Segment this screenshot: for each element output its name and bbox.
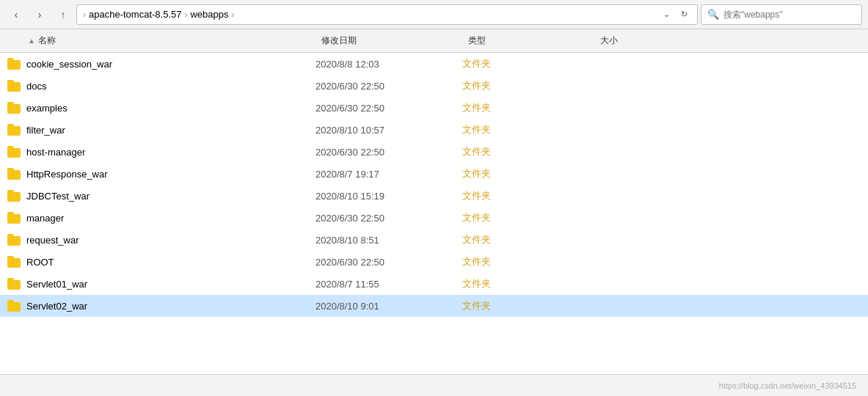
col-header-type[interactable]: 类型 [462, 34, 594, 47]
file-name: filter_war [26, 125, 65, 136]
file-name-cell: examples [7, 102, 316, 114]
file-name-cell: filter_war [7, 124, 316, 136]
file-date-cell: 2020/8/10 9:01 [316, 301, 462, 312]
file-name-cell: JDBCTest_war [7, 190, 316, 202]
folder-icon [7, 234, 21, 246]
folder-icon [7, 190, 21, 202]
file-name-cell: docs [7, 80, 316, 92]
file-type-cell: 文件夹 [462, 101, 594, 114]
breadcrumb-sep-2: › [232, 10, 235, 20]
file-type-cell: 文件夹 [462, 123, 594, 136]
file-date-cell: 2020/6/30 22:50 [316, 81, 462, 92]
file-date-cell: 2020/6/30 22:50 [316, 213, 462, 224]
folder-icon [7, 212, 21, 224]
table-row[interactable]: docs 2020/6/30 22:50 文件夹 [0, 75, 868, 97]
file-type-cell: 文件夹 [462, 299, 594, 312]
watermark: https://blog.csdn.net/weixin_43934515 [719, 381, 856, 390]
breadcrumb-sep-1: › [184, 10, 187, 20]
file-list: cookie_session_war 2020/8/8 12:03 文件夹 do… [0, 53, 868, 374]
table-row[interactable]: Servlet01_war 2020/8/7 11:55 文件夹 [0, 273, 868, 295]
folder-icon [7, 278, 21, 290]
breadcrumb-dropdown-button[interactable]: ⌄ [659, 7, 674, 22]
file-type-cell: 文件夹 [462, 57, 594, 70]
file-name-cell: Servlet01_war [7, 278, 316, 290]
file-name-cell: Servlet02_war [7, 300, 316, 312]
file-date-cell: 2020/8/10 8:51 [316, 235, 462, 246]
file-date-cell: 2020/8/7 11:55 [316, 279, 462, 290]
file-name-cell: HttpResponse_war [7, 168, 316, 180]
file-date-cell: 2020/8/10 15:19 [316, 191, 462, 202]
file-type-cell: 文件夹 [462, 233, 594, 246]
folder-icon [7, 256, 21, 268]
address-bar: ‹ › ↑ › apache-tomcat-8.5.57 › webapps ›… [0, 0, 868, 29]
table-row[interactable]: HttpResponse_war 2020/8/7 19:17 文件夹 [0, 163, 868, 185]
table-row[interactable]: examples 2020/6/30 22:50 文件夹 [0, 97, 868, 119]
breadcrumb-root-arrow: › [83, 10, 86, 20]
table-row[interactable]: request_war 2020/8/10 8:51 文件夹 [0, 229, 868, 251]
search-icon: 🔍 [707, 9, 719, 20]
file-type-cell: 文件夹 [462, 167, 594, 180]
folder-icon [7, 124, 21, 136]
table-row[interactable]: cookie_session_war 2020/8/8 12:03 文件夹 [0, 53, 868, 75]
folder-icon [7, 102, 21, 114]
file-date-cell: 2020/6/30 22:50 [316, 103, 462, 114]
col-header-size[interactable]: 大小 [594, 34, 682, 47]
file-name-cell: ROOT [7, 256, 316, 268]
file-type-cell: 文件夹 [462, 79, 594, 92]
file-name: ROOT [26, 257, 54, 268]
table-row[interactable]: ROOT 2020/6/30 22:50 文件夹 [0, 251, 868, 273]
file-type-cell: 文件夹 [462, 145, 594, 158]
file-name: host-manager [26, 147, 85, 158]
file-name-cell: host-manager [7, 146, 316, 158]
folder-icon [7, 146, 21, 158]
file-name: JDBCTest_war [26, 191, 90, 202]
table-row[interactable]: JDBCTest_war 2020/8/10 15:19 文件夹 [0, 185, 868, 207]
back-button[interactable]: ‹ [6, 4, 26, 25]
search-input[interactable] [723, 10, 856, 20]
file-name: Servlet02_war [26, 301, 87, 312]
file-type-cell: 文件夹 [462, 189, 594, 202]
sort-arrow-up: ▲ [28, 37, 35, 45]
file-name-cell: manager [7, 212, 316, 224]
file-type-cell: 文件夹 [462, 255, 594, 268]
table-row[interactable]: host-manager 2020/6/30 22:50 文件夹 [0, 141, 868, 163]
breadcrumb[interactable]: › apache-tomcat-8.5.57 › webapps › ⌄ ↻ [76, 4, 698, 25]
table-row[interactable]: filter_war 2020/8/10 10:57 文件夹 [0, 119, 868, 141]
file-type-cell: 文件夹 [462, 277, 594, 290]
file-date-cell: 2020/6/30 22:50 [316, 147, 462, 158]
file-date-cell: 2020/6/30 22:50 [316, 257, 462, 268]
folder-icon [7, 80, 21, 92]
file-name: cookie_session_war [26, 59, 112, 70]
file-date-cell: 2020/8/8 12:03 [316, 59, 462, 70]
file-type-cell: 文件夹 [462, 211, 594, 224]
forward-button[interactable]: › [29, 4, 50, 25]
file-name-cell: cookie_session_war [7, 58, 316, 70]
column-headers: ▲ 名称 修改日期 类型 大小 [0, 29, 868, 53]
file-name: request_war [26, 235, 79, 246]
folder-icon [7, 168, 21, 180]
table-row[interactable]: Servlet02_war 2020/8/10 9:01 文件夹 [0, 295, 868, 317]
breadcrumb-item-tomcat[interactable]: apache-tomcat-8.5.57 [89, 9, 181, 20]
col-header-name[interactable]: ▲ 名称 [7, 34, 316, 47]
file-name: Servlet01_war [26, 279, 87, 290]
col-header-date[interactable]: 修改日期 [316, 34, 462, 47]
file-date-cell: 2020/8/7 19:17 [316, 169, 462, 180]
folder-icon [7, 58, 21, 70]
file-name: examples [26, 103, 68, 114]
up-button[interactable]: ↑ [53, 4, 73, 25]
file-date-cell: 2020/8/10 10:57 [316, 125, 462, 136]
search-box[interactable]: 🔍 [701, 4, 862, 25]
file-name: manager [26, 213, 64, 224]
table-row[interactable]: manager 2020/6/30 22:50 文件夹 [0, 207, 868, 229]
folder-icon [7, 300, 21, 312]
breadcrumb-item-webapps[interactable]: webapps [190, 9, 228, 20]
file-name: HttpResponse_war [26, 169, 108, 180]
file-name: docs [26, 81, 46, 92]
status-bar: https://blog.csdn.net/weixin_43934515 [0, 374, 868, 396]
refresh-button[interactable]: ↻ [676, 7, 691, 22]
file-name-cell: request_war [7, 234, 316, 246]
